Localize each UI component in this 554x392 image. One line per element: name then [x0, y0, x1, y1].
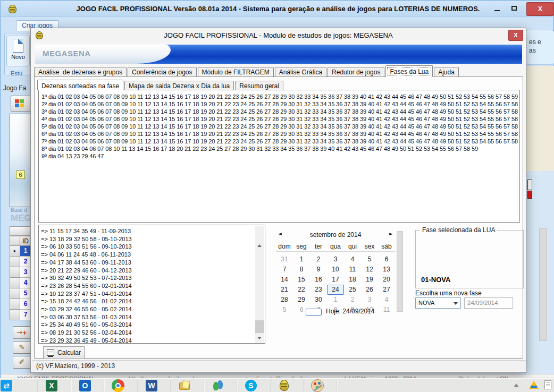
calendar-day[interactable]: 17	[327, 275, 344, 285]
calendar-day[interactable]: 4	[344, 254, 361, 265]
calcular-button[interactable]: Calcular	[43, 346, 85, 359]
right-scrollbar[interactable]	[539, 228, 547, 341]
close-button[interactable]: X	[526, 2, 554, 16]
games-list[interactable]: => 11 15 17 34 35 49 - 11-09-2013=> 13 1…	[38, 225, 265, 344]
notes-folder-icon[interactable]	[178, 379, 191, 392]
grid-row-id[interactable]: 2	[20, 257, 31, 267]
table-row[interactable]: 4	[10, 278, 31, 288]
calendar-day[interactable]: 2	[310, 254, 327, 265]
list-item[interactable]: => 15 18 24 42 46 56 - 01-02-2014	[41, 297, 265, 305]
table-row[interactable]: 7	[10, 310, 31, 320]
table-row[interactable]: 6	[10, 299, 31, 310]
calendar-day[interactable]: 29	[293, 295, 310, 305]
tab-m-dulo-de-filtragem[interactable]: Módulo de FILTRAGEM	[198, 67, 274, 77]
list-item[interactable]: => 08 19 21 30 52 56 - 02-04-2014	[41, 329, 265, 337]
calendar-day[interactable]: 12	[361, 265, 378, 275]
today-label[interactable]: Hoje: 24/09/2014	[326, 308, 374, 315]
list-item[interactable]: => 04 17 38 44 53 60 - 09-11-2013	[41, 259, 265, 267]
fase-date-field[interactable]: 24/09/2014	[464, 297, 513, 309]
list-item[interactable]: => 23 26 28 54 55 60 - 02-01-2014	[41, 282, 265, 290]
novo-button[interactable]: Novo	[6, 36, 30, 66]
calendar-day[interactable]: 26	[361, 285, 378, 295]
calendar-day[interactable]: 18	[344, 275, 361, 285]
tab-dezenas-sorteadas-na-fase[interactable]: Dezenas sorteadas na fase	[37, 80, 123, 90]
list-item[interactable]: => 13 18 29 32 50 58 - 05-10-2013	[41, 235, 265, 243]
minimize-button[interactable]	[490, 3, 504, 14]
calendar-day[interactable]: 10	[327, 265, 344, 275]
chevron-down-icon[interactable]	[454, 302, 458, 305]
calendar-day-selected[interactable]: 24	[327, 285, 344, 295]
list-item[interactable]: => 30 32 49 50 52 53 - 07-12-2013	[41, 274, 265, 282]
table-row[interactable]: 5	[10, 288, 31, 299]
list-item[interactable]: => 06 10 33 50 51 56 - 09-10-2013	[41, 243, 265, 251]
calendar-day[interactable]: 19	[361, 275, 378, 285]
dialog-close-button[interactable]: X	[508, 30, 523, 41]
table-row[interactable]: ▸1	[10, 246, 31, 257]
tab-resumo-geral[interactable]: Resumo geral	[235, 81, 283, 90]
calendar-day[interactable]: 4	[378, 295, 395, 305]
windows-button[interactable]	[11, 96, 31, 112]
calendar-day[interactable]: 5	[361, 254, 378, 265]
add-record-button[interactable]: →+	[13, 326, 31, 339]
calendar-day[interactable]: 28	[276, 295, 293, 305]
list-item[interactable]: => 20 21 22 29 46 60 - 04-12-2013	[41, 267, 265, 275]
documents-icon[interactable]	[544, 380, 551, 389]
calendar-day[interactable]: 2	[344, 295, 361, 305]
list-item[interactable]: => 10 12 23 37 47 51 - 04-01-2014	[41, 290, 265, 298]
calendar-day[interactable]: 13	[378, 265, 395, 275]
calendar-day[interactable]: 1	[293, 254, 310, 265]
word-icon[interactable]: W	[145, 379, 158, 392]
tab-ajuda[interactable]: Ajuda	[434, 67, 459, 77]
calendar-day[interactable]: 3	[361, 295, 378, 305]
grid-row-id[interactable]: 1	[20, 246, 31, 257]
grid-row-id[interactable]: 6	[20, 299, 31, 310]
fase-combobox[interactable]: NOVA	[415, 297, 461, 309]
list-item[interactable]: => 23 29 32 36 45 49 - 05-04-2014	[41, 337, 265, 344]
list-item[interactable]: => 25 34 40 49 51 60 - 05-03-2014	[41, 321, 265, 329]
calendar-day[interactable]: 30	[310, 295, 327, 305]
table-row[interactable]: 2	[10, 257, 31, 267]
grid-row-id[interactable]: 7	[20, 310, 31, 320]
edit-record-button[interactable]: ✎	[13, 341, 31, 354]
calendar-next-icon[interactable]: ►	[389, 231, 393, 236]
calendar-day[interactable]: 22	[293, 285, 310, 295]
chrome-icon[interactable]	[112, 379, 124, 392]
calendar-day[interactable]: 9	[310, 265, 327, 275]
right-partial-button[interactable]: es e as	[529, 38, 541, 55]
tab-an-lise-de-dezenas-e-grupos[interactable]: Análise de dezenas e grupos	[34, 67, 127, 77]
outlook-icon[interactable]: O	[79, 379, 91, 392]
tab-confer-ncia-de-jogos[interactable]: Conferência de jogos	[128, 67, 196, 77]
paint-icon[interactable]	[311, 379, 324, 392]
google-drive-icon[interactable]	[529, 381, 539, 389]
grid-row-id[interactable]: 3	[20, 267, 31, 278]
list-item[interactable]: => 11 15 17 34 35 49 - 11-09-2013	[41, 227, 265, 235]
calendar-day[interactable]: 31	[276, 254, 293, 265]
moon-days-box[interactable]: 1º dia 01 02 03 04 05 06 07 08 09 10 11 …	[38, 90, 520, 223]
scroll-up-icon[interactable]	[255, 241, 264, 250]
calendar-day[interactable]: 20	[378, 275, 395, 285]
maximize-button[interactable]	[507, 3, 521, 14]
calendar-day[interactable]: 16	[310, 275, 327, 285]
show-hidden-icons[interactable]	[514, 384, 519, 387]
messenger-icon[interactable]	[212, 379, 224, 392]
calendar-splitter[interactable]	[397, 231, 403, 312]
excel-icon[interactable]: X	[45, 379, 58, 392]
tab-an-lise-gr-fica[interactable]: Análise Gráfica	[275, 67, 326, 77]
list-item[interactable]: => 03 29 32 46 55 60 - 05-02-2014	[41, 305, 265, 313]
scroll-down-icon[interactable]	[255, 334, 264, 343]
calendar-day[interactable]: 11	[344, 265, 361, 275]
calendar-day[interactable]: 23	[310, 285, 327, 295]
calendar-day[interactable]: 27	[378, 285, 395, 295]
calendar-day[interactable]: 25	[344, 285, 361, 295]
skype-icon[interactable]: S	[245, 379, 257, 392]
calendar-day[interactable]: 14	[276, 275, 293, 285]
scroll-thumb[interactable]	[255, 320, 264, 333]
calendar-day[interactable]: 21	[276, 285, 293, 295]
tab-redutor-de-jogos[interactable]: Redutor de jogos	[328, 67, 384, 77]
delete-record-button[interactable]: ✐	[13, 356, 31, 369]
list-item[interactable]: => 04 06 11 24 45 48 - 06-11-2013	[41, 251, 265, 259]
tab-fases-da-lua[interactable]: Fases da Lua	[385, 65, 433, 77]
tab-mapa-de-saida-dezena-x-dia-da-lua[interactable]: Mapa de saida Dezena x Dia da lua	[124, 81, 234, 90]
jogofacil-icon[interactable]	[278, 379, 291, 392]
table-row[interactable]: 3	[10, 267, 31, 278]
